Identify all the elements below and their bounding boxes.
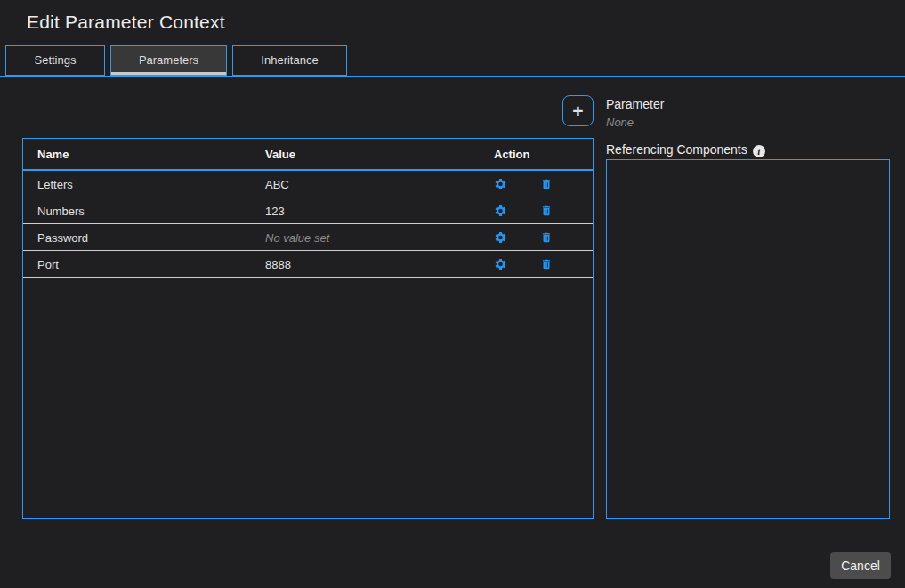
sort-ascending-icon: ↑ [41,148,47,161]
table-body: Letters ABC Numbers 123 Password No valu… [23,171,593,278]
gear-icon[interactable] [494,177,507,190]
trash-icon[interactable] [540,204,553,217]
trash-icon[interactable] [540,177,553,190]
parameter-row[interactable]: Port 8888 [23,251,593,278]
table-header: Name↑ Value Action [23,139,593,171]
referencing-components-panel [606,159,890,519]
parameter-name: Letters [37,177,73,190]
referencing-components-label: Referencing Components [606,142,747,157]
parameter-value: ABC [265,177,289,190]
parameter-name: Password [37,230,88,244]
referencing-components-heading: Referencing Componentsi [606,142,765,157]
parameter-row[interactable]: Letters ABC [23,171,593,197]
info-icon: i [753,145,765,157]
parameter-row[interactable]: Numbers 123 [23,197,593,224]
parameter-value: 123 [265,204,285,217]
dialog-title: Edit Parameter Context [27,12,225,33]
tab-inheritance[interactable]: Inheritance [232,45,347,76]
gear-icon[interactable] [494,204,507,217]
parameter-name: Numbers [37,204,85,217]
parameter-row[interactable]: Password No value set [23,224,593,251]
cancel-button[interactable]: Cancel [830,552,891,579]
gear-icon[interactable] [494,230,507,244]
plus-icon: + [572,101,583,121]
tab-bar: Settings Parameters Inheritance [5,45,352,76]
tab-bar-divider [0,76,905,77]
trash-icon[interactable] [540,257,553,270]
edit-parameter-context-dialog: { "dialog": { "title": "Edit Parameter C… [0,0,905,588]
parameter-name: Port [37,257,59,270]
parameter-panel-label: Parameter [606,97,664,111]
tab-settings[interactable]: Settings [5,45,105,76]
gear-icon[interactable] [494,257,507,270]
parameter-selected-value: None [606,116,634,129]
add-parameter-button[interactable]: + [562,95,594,126]
trash-icon[interactable] [540,230,553,244]
parameter-value: No value set [265,230,329,244]
parameters-table: Name↑ Value Action Letters ABC Numbers 1… [22,138,594,519]
column-header-action: Action [494,148,529,161]
parameter-value: 8888 [265,257,291,270]
column-header-value[interactable]: Value [265,148,295,161]
tab-parameters[interactable]: Parameters [110,45,227,76]
